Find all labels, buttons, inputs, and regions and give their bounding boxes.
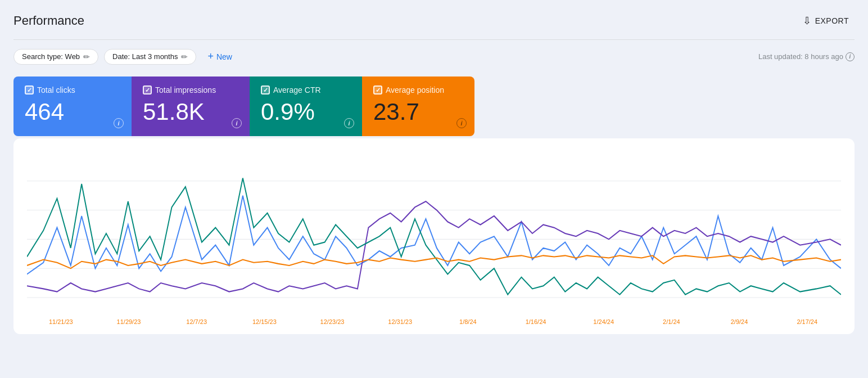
x-label-11: 2/17/24	[773, 318, 841, 325]
clicks-help-icon[interactable]: i	[114, 118, 124, 128]
x-label-5: 12/31/23	[366, 318, 434, 325]
x-label-0: 11/21/23	[27, 318, 95, 325]
page-container: Performance ⇩ EXPORT Search type: Web ✏ …	[0, 0, 868, 378]
position-label-row: Average position	[373, 86, 461, 94]
last-updated-text: Last updated: 8 hours ago	[758, 52, 843, 61]
last-updated-info-icon[interactable]: i	[846, 52, 855, 61]
clicks-checkbox[interactable]	[25, 86, 34, 94]
position-help-icon[interactable]: i	[456, 118, 467, 128]
position-value: 23.7	[373, 99, 461, 125]
ctr-label: Average CTR	[273, 86, 321, 94]
impressions-label-row: Total impressions	[143, 86, 236, 94]
page-title: Performance	[13, 14, 84, 28]
impressions-value: 51.8K	[143, 99, 236, 125]
search-type-label: Search type: Web	[22, 52, 80, 61]
header-row: Performance ⇩ EXPORT	[13, 11, 855, 30]
filter-chips: Search type: Web ✏ Date: Last 3 months ✏…	[13, 48, 238, 65]
ctr-label-row: Average CTR	[261, 86, 349, 94]
x-label-4: 12/23/23	[299, 318, 367, 325]
export-icon: ⇩	[803, 15, 812, 27]
last-updated: Last updated: 8 hours ago i	[758, 52, 855, 61]
impressions-help-icon[interactable]: i	[232, 118, 242, 128]
new-filter-button[interactable]: + New	[202, 48, 238, 65]
metric-card-clicks[interactable]: Total clicks 464 i	[13, 76, 132, 136]
impressions-label: Total impressions	[155, 86, 216, 94]
x-label-2: 12/7/23	[162, 318, 230, 325]
line-chart-svg	[27, 152, 841, 315]
impressions-checkbox[interactable]	[143, 86, 152, 94]
position-checkbox[interactable]	[373, 86, 382, 94]
metric-card-impressions[interactable]: Total impressions 51.8K i	[132, 76, 250, 136]
filter-row: Search type: Web ✏ Date: Last 3 months ✏…	[13, 48, 855, 65]
new-label: New	[216, 52, 232, 61]
x-label-9: 2/1/24	[638, 318, 706, 325]
ctr-value: 0.9%	[261, 99, 349, 125]
x-label-10: 2/9/24	[706, 318, 774, 325]
date-label: Date: Last 3 months	[112, 52, 178, 61]
edit-search-type-icon: ✏	[83, 52, 90, 61]
ctr-checkbox[interactable]	[261, 86, 270, 94]
clicks-value: 464	[25, 99, 118, 125]
x-axis-labels: 11/21/23 11/29/23 12/7/23 12/15/23 12/23…	[27, 315, 841, 325]
date-chip[interactable]: Date: Last 3 months ✏	[104, 49, 196, 65]
export-label: EXPORT	[815, 16, 849, 25]
x-label-1: 11/29/23	[95, 318, 163, 325]
metrics-row: Total clicks 464 i Total impressions 51.…	[13, 76, 474, 136]
search-type-chip[interactable]: Search type: Web ✏	[13, 49, 98, 65]
export-button[interactable]: ⇩ EXPORT	[797, 11, 855, 30]
x-label-3: 12/15/23	[230, 318, 299, 325]
header-divider	[13, 39, 855, 40]
clicks-label: Total clicks	[37, 86, 75, 94]
edit-date-icon: ✏	[181, 52, 188, 61]
metric-card-position[interactable]: Average position 23.7 i	[362, 76, 474, 136]
metric-card-ctr[interactable]: Average CTR 0.9% i	[250, 76, 362, 136]
plus-icon: +	[207, 51, 214, 62]
x-label-6: 1/8/24	[434, 318, 502, 325]
ctr-help-icon[interactable]: i	[344, 118, 354, 128]
chart-container: 11/21/23 11/29/23 12/7/23 12/15/23 12/23…	[13, 138, 855, 334]
x-label-7: 1/16/24	[502, 318, 570, 325]
x-label-8: 1/24/24	[569, 318, 638, 325]
position-label: Average position	[386, 86, 444, 94]
chart-area	[27, 152, 841, 315]
clicks-label-row: Total clicks	[25, 86, 118, 94]
